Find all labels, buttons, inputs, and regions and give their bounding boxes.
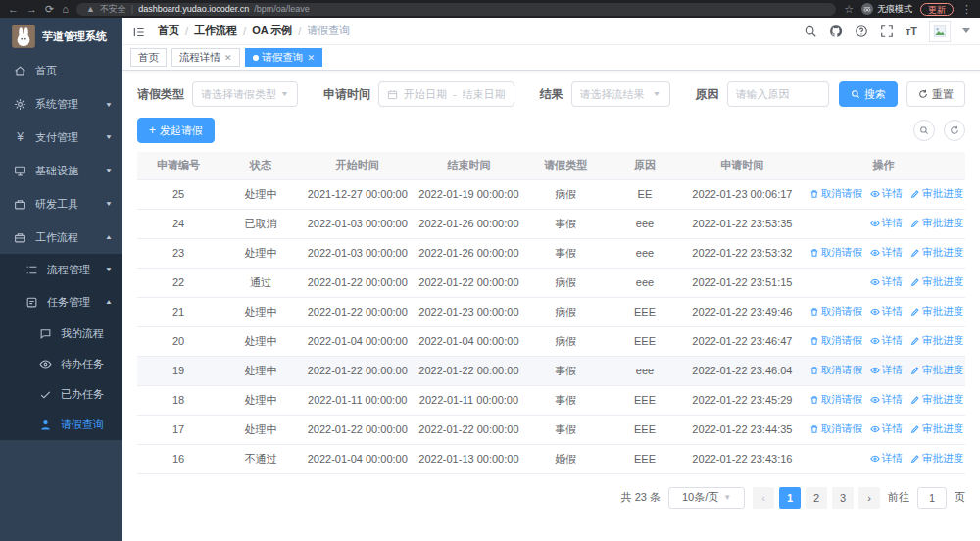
eye-icon: [870, 454, 880, 464]
sidebar-item-payment[interactable]: ¥ 支付管理 ▼: [0, 121, 122, 154]
page-size-select[interactable]: 10条/页 ▼: [668, 487, 745, 509]
table-cell-开始时间: 2022-01-03 00:00:00: [302, 209, 414, 238]
detail-link[interactable]: 详情: [870, 217, 903, 230]
browser-home-icon[interactable]: ⌂: [62, 4, 69, 15]
detail-link[interactable]: 详情: [870, 275, 903, 289]
sidebar-item-workflow[interactable]: 工作流程 ▲: [0, 221, 122, 254]
avatar[interactable]: [929, 21, 951, 42]
sidebar-item-dev-tools[interactable]: 研发工具 ▼: [0, 187, 122, 221]
toggle-search-button[interactable]: [913, 120, 935, 141]
approval-progress-link[interactable]: 审批进度: [910, 393, 963, 407]
goto-page-input[interactable]: [917, 487, 947, 509]
browser-reload-icon[interactable]: ⟳: [45, 4, 54, 15]
apply-time-range-picker[interactable]: 开始日期 - 结束日期: [378, 81, 514, 107]
detail-link[interactable]: 详情: [870, 187, 903, 201]
detail-link[interactable]: 详情: [870, 305, 903, 319]
security-warning-icon[interactable]: ▲: [86, 4, 95, 14]
approval-progress-link[interactable]: 审批进度: [910, 305, 963, 319]
detail-link[interactable]: 详情: [870, 364, 903, 377]
detail-link[interactable]: 详情: [870, 246, 903, 260]
detail-link[interactable]: 详情: [870, 422, 903, 436]
close-icon[interactable]: ✕: [224, 53, 232, 63]
table-cell-开始时间: 2022-01-22 00:00:00: [302, 297, 414, 326]
tags-view: 首页 流程详情 ✕ 请假查询 ✕: [122, 45, 980, 71]
table-cell-开始时间: 2022-01-03 00:00:00: [302, 238, 414, 268]
list-icon: [25, 264, 38, 276]
table-cell-原因: EEE: [607, 444, 683, 473]
address-bar[interactable]: ▲ 不安全 | dashboard.yudao.iocoder.cn/bpm/o…: [76, 3, 836, 16]
table-cell-结束时间: 2022-01-22 00:00:00: [414, 415, 525, 444]
browser-back-icon[interactable]: ←: [8, 4, 19, 15]
page-button-1[interactable]: 1: [779, 487, 801, 509]
cancel-leave-link[interactable]: 取消请假: [809, 246, 862, 260]
search-button[interactable]: 搜索: [839, 81, 898, 107]
col-header-status: 状态: [220, 152, 302, 179]
sidebar-item-process-management[interactable]: 流程管理 ▼: [0, 254, 122, 286]
help-icon[interactable]: [855, 25, 868, 38]
avatar-caret-icon[interactable]: [962, 28, 970, 33]
fullscreen-icon[interactable]: [880, 25, 894, 38]
font-size-icon[interactable]: тT: [906, 25, 917, 37]
leave-type-select[interactable]: 请选择请假类型 ▼: [192, 81, 298, 107]
sidebar-item-todo-tasks[interactable]: 待办任务: [0, 349, 122, 379]
create-leave-button[interactable]: + 发起请假: [137, 118, 215, 143]
approval-progress-link[interactable]: 审批进度: [910, 187, 963, 201]
tag-home[interactable]: 首页: [130, 48, 167, 67]
approval-progress-link[interactable]: 审批进度: [910, 334, 963, 348]
sidebar-item-done-tasks[interactable]: 已办任务: [0, 379, 122, 410]
eye-icon: [39, 358, 52, 370]
sidebar-item-leave-query[interactable]: 请假查询: [0, 410, 122, 440]
sidebar-item-home[interactable]: 首页: [0, 54, 122, 87]
chevron-down-icon: ▼: [280, 90, 289, 98]
breadcrumb-item-home[interactable]: 首页: [158, 24, 179, 38]
result-select[interactable]: 请选择流结果 ▼: [571, 81, 670, 107]
table-cell-申请时间: 2022-01-22 23:44:35: [683, 415, 802, 444]
reset-button[interactable]: 重置: [906, 81, 965, 107]
browser-forward-icon[interactable]: →: [26, 4, 37, 15]
table-row: 17处理中2022-01-22 00:00:002022-01-22 00:00…: [137, 415, 965, 444]
refresh-table-button[interactable]: [944, 120, 965, 141]
approval-progress-link[interactable]: 审批进度: [910, 364, 963, 377]
table-cell-状态: 已取消: [220, 209, 302, 238]
tag-process-detail[interactable]: 流程详情 ✕: [172, 48, 240, 67]
approval-progress-link[interactable]: 审批进度: [910, 246, 963, 260]
search-icon[interactable]: [804, 25, 817, 38]
browser-menu-icon[interactable]: ⋮: [961, 4, 972, 15]
sidebar-collapse-icon[interactable]: [132, 25, 146, 37]
sidebar-item-system[interactable]: 系统管理 ▼: [0, 87, 122, 121]
cancel-leave-link[interactable]: 取消请假: [809, 187, 862, 201]
cancel-leave-link[interactable]: 取消请假: [809, 334, 862, 348]
sidebar-item-infrastructure[interactable]: 基础设施 ▼: [0, 154, 122, 187]
cancel-leave-link[interactable]: 取消请假: [809, 422, 862, 436]
approval-progress-link[interactable]: 审批进度: [910, 452, 963, 466]
detail-link[interactable]: 详情: [870, 452, 903, 466]
browser-update-button[interactable]: 更新: [920, 3, 954, 16]
page-button-3[interactable]: 3: [832, 487, 854, 509]
page-button-2[interactable]: 2: [806, 487, 827, 509]
table-cell-状态: 通过: [220, 268, 302, 297]
approval-progress-link[interactable]: 审批进度: [910, 217, 963, 230]
breadcrumb-item-workflow[interactable]: 工作流程: [194, 24, 237, 38]
cancel-leave-link[interactable]: 取消请假: [809, 364, 862, 377]
sidebar-item-task-management[interactable]: 任务管理 ▲: [0, 286, 122, 319]
reason-input[interactable]: 请输入原因: [727, 81, 829, 107]
table-cell-状态: 处理中: [220, 326, 302, 356]
table-row: 24已取消2022-01-03 00:00:002022-01-26 00:00…: [137, 209, 965, 238]
close-icon[interactable]: ✕: [308, 53, 316, 63]
approval-progress-link[interactable]: 审批进度: [910, 275, 963, 289]
approval-progress-link[interactable]: 审批进度: [910, 422, 963, 436]
table-cell-请假类型: 事假: [524, 209, 607, 238]
bookmark-star-icon[interactable]: ☆: [844, 4, 854, 15]
github-icon[interactable]: [829, 25, 843, 38]
prev-page-button[interactable]: ‹: [753, 487, 774, 509]
table-cell-开始时间: 2022-01-04 00:00:00: [302, 444, 414, 473]
detail-link[interactable]: 详情: [870, 393, 903, 407]
cancel-leave-link[interactable]: 取消请假: [809, 393, 862, 407]
breadcrumb-item-oa-example[interactable]: OA 示例: [252, 24, 292, 38]
table-cell-申请时间: 2022-01-22 23:46:47: [683, 326, 802, 356]
tag-leave-query[interactable]: 请假查询 ✕: [245, 48, 323, 67]
sidebar-item-my-processes[interactable]: 我的流程: [0, 319, 122, 349]
cancel-leave-link[interactable]: 取消请假: [809, 305, 862, 319]
next-page-button[interactable]: ›: [858, 487, 880, 509]
detail-link[interactable]: 详情: [870, 334, 903, 348]
